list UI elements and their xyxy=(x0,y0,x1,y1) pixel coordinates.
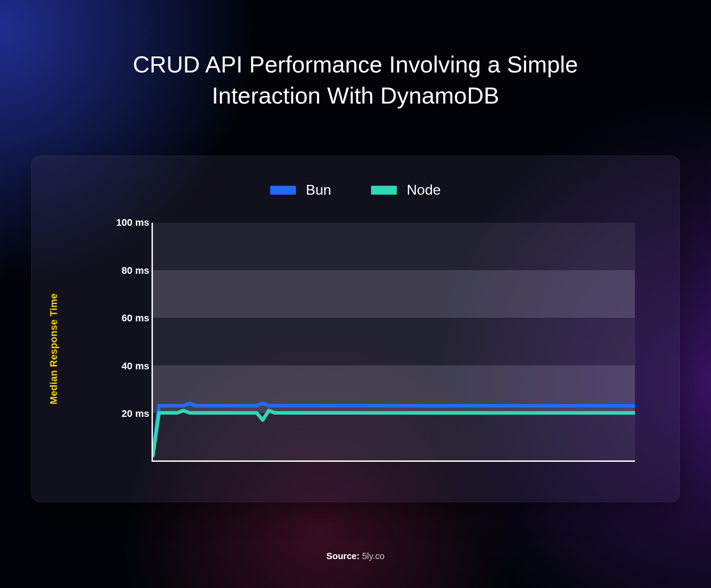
y-axis-label: Median Response Time xyxy=(48,293,60,404)
legend-label-node: Node xyxy=(407,182,441,198)
legend: Bun Node xyxy=(32,156,679,198)
legend-item-node: Node xyxy=(371,182,441,198)
y-tick-label: 100 ms xyxy=(96,217,149,228)
line-chart-svg xyxy=(153,223,635,460)
y-tick-label: 80 ms xyxy=(96,265,149,276)
source-prefix: Source: xyxy=(327,551,359,561)
y-tick-label: 20 ms xyxy=(96,408,149,420)
series-line-node xyxy=(153,411,635,456)
chart-area: Median Response Time 20 ms40 ms60 ms80 m… xyxy=(63,223,635,475)
chart-panel: Bun Node Median Response Time 20 ms40 ms… xyxy=(31,156,680,502)
legend-label-bun: Bun xyxy=(306,182,331,198)
legend-swatch-node xyxy=(371,186,397,195)
y-tick-label: 60 ms xyxy=(96,312,149,324)
source-attribution: Source: 5ly.co xyxy=(0,551,711,561)
chart-title: CRUD API Performance Involving a Simple … xyxy=(89,0,622,111)
plot-area xyxy=(152,223,635,462)
legend-swatch-bun xyxy=(270,186,296,195)
source-value: 5ly.co xyxy=(362,551,385,561)
y-tick-label: 40 ms xyxy=(96,360,149,372)
legend-item-bun: Bun xyxy=(270,182,331,198)
